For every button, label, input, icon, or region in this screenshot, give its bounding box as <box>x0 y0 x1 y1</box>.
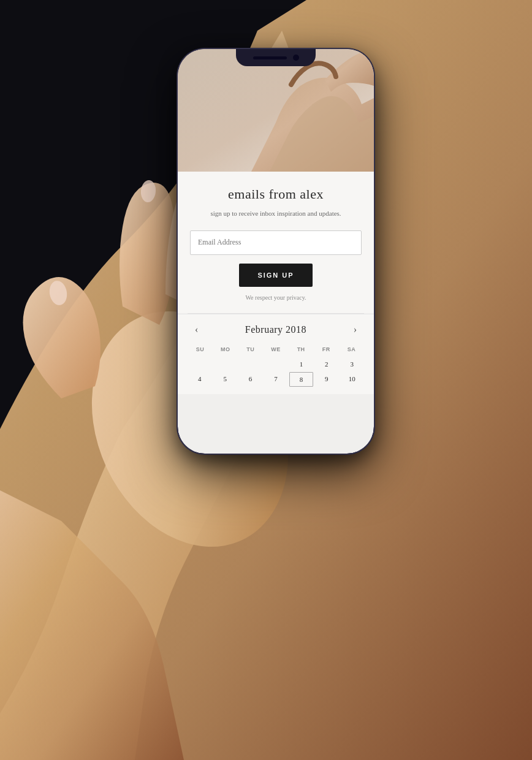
signup-button[interactable]: SIGN UP <box>239 264 313 287</box>
weekday-fr: FR <box>314 345 339 354</box>
profile-photo-svg <box>178 49 374 172</box>
weekday-th: TH <box>289 345 314 354</box>
weekday-sa: SA <box>339 345 364 354</box>
cal-day-7[interactable]: 7 <box>264 372 287 387</box>
prev-month-button[interactable]: ‹ <box>190 322 203 338</box>
notch-speaker <box>253 56 287 59</box>
scene: emails from alex sign up to receive inbo… <box>0 0 532 760</box>
form-area: emails from alex sign up to receive inbo… <box>178 172 374 313</box>
cal-day-10[interactable]: 10 <box>340 372 364 387</box>
calendar-header: ‹ February 2018 › <box>188 322 364 338</box>
phone-holder: emails from alex sign up to receive inbo… <box>178 49 374 454</box>
cal-day-9[interactable]: 9 <box>314 372 338 387</box>
calendar-days: 1 2 3 4 5 6 7 8 9 10 <box>188 357 364 387</box>
form-subtitle: sign up to receive inbox inspiration and… <box>190 208 362 219</box>
calendar-weekdays: SU MO TU WE TH FR SA <box>188 345 364 354</box>
cal-day-5[interactable]: 5 <box>213 372 237 387</box>
cal-day-8-today[interactable]: 8 <box>289 372 313 387</box>
cal-day-1[interactable]: 1 <box>289 357 313 371</box>
weekday-mo: MO <box>213 345 238 354</box>
cal-day-empty-4 <box>264 357 287 371</box>
cal-day-empty-3 <box>238 357 262 371</box>
next-month-button[interactable]: › <box>349 322 362 338</box>
notch-camera <box>293 55 299 61</box>
form-title: emails from alex <box>190 186 362 202</box>
privacy-text: We respect your privacy. <box>190 294 362 301</box>
weekday-we: WE <box>263 345 288 354</box>
phone-device: emails from alex sign up to receive inbo… <box>178 49 374 454</box>
cal-day-4[interactable]: 4 <box>188 372 211 387</box>
cal-day-3[interactable]: 3 <box>340 357 364 371</box>
calendar-grid: SU MO TU WE TH FR SA <box>188 345 364 387</box>
calendar-month-year: February 2018 <box>245 324 306 335</box>
weekday-tu: TU <box>238 345 263 354</box>
weekday-su: SU <box>188 345 213 354</box>
phone-notch <box>236 49 316 66</box>
cal-day-6[interactable]: 6 <box>238 372 262 387</box>
cal-day-2[interactable]: 2 <box>314 357 338 371</box>
cal-day-empty-1 <box>188 357 211 371</box>
calendar-area: ‹ February 2018 › SU MO TU WE TH FR SA <box>178 314 374 394</box>
email-input[interactable] <box>190 230 362 255</box>
cal-day-empty-2 <box>213 357 237 371</box>
phone-screen: emails from alex sign up to receive inbo… <box>178 49 374 454</box>
profile-photo-area <box>178 49 374 172</box>
